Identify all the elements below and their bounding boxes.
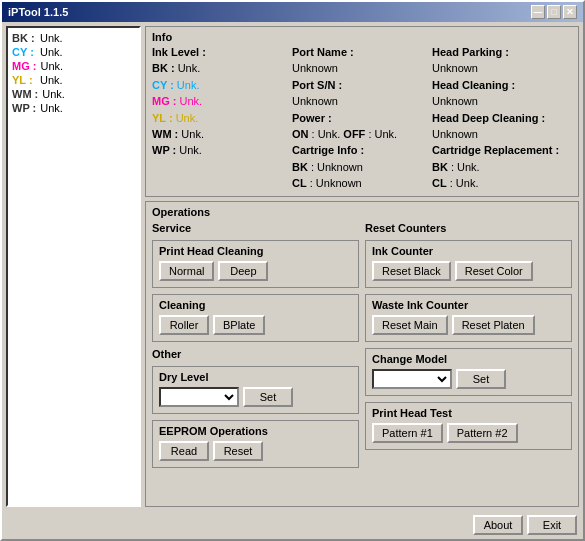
head-deep-value: Unknown [432,127,572,142]
change-model-set-button[interactable]: Set [456,369,506,389]
right-panel: Info Ink Level : BK : Unk. CY : Unk. MG … [145,26,579,507]
eeprom-read-button[interactable]: Read [159,441,209,461]
maximize-button[interactable]: □ [547,5,561,19]
ink-counter-title: Ink Counter [372,245,565,257]
ink-bk-label: BK : [12,32,36,44]
info-wp: WP : Unk. [152,143,292,158]
head-parking-value: Unknown [432,61,572,76]
footer: About Exit [2,511,583,539]
cartrige-cl: CL : Unknown [292,176,432,191]
ink-mg-label: MG : [12,60,36,72]
ops-left: Service Print Head Cleaning Normal Deep … [152,222,359,468]
ink-bk-value: Unk. [40,32,63,44]
eeprom-reset-button[interactable]: Reset [213,441,263,461]
reset-color-button[interactable]: Reset Color [455,261,533,281]
close-button[interactable]: ✕ [563,5,577,19]
print-head-cleaning-btns: Normal Deep [159,261,352,281]
left-ink-panel: BK : Unk. CY : Unk. MG : Unk. YL : Unk. … [6,26,141,507]
info-grid: Ink Level : BK : Unk. CY : Unk. MG : Unk… [152,45,572,192]
change-model-title: Change Model [372,353,565,365]
change-model-row: Set [372,369,565,389]
dry-level-select[interactable] [159,387,239,407]
roller-button[interactable]: Roller [159,315,209,335]
waste-ink-group: Waste Ink Counter Reset Main Reset Plate… [365,294,572,342]
ops-right: Reset Counters Ink Counter Reset Black R… [365,222,572,468]
head-parking-label: Head Parking : [432,45,572,60]
ink-wm-label: WM : [12,88,38,100]
waste-ink-title: Waste Ink Counter [372,299,565,311]
dry-level-row: Set [159,387,352,407]
cartrige-bk: BK : Unknown [292,160,432,175]
ink-cy-label: CY : [12,46,36,58]
port-name-value: Unknown [292,61,432,76]
port-sn-label: Port S/N : [292,78,432,93]
head-cleaning-value: Unknown [432,94,572,109]
info-yl: YL : Unk. [152,111,292,126]
print-head-test-group: Print Head Test Pattern #1 Pattern #2 [365,402,572,450]
cartridge-replace-label: Cartridge Replacement : [432,143,572,158]
ink-wp-label: WP : [12,102,36,114]
ops-grid: Service Print Head Cleaning Normal Deep … [152,222,572,468]
print-head-test-btns: Pattern #1 Pattern #2 [372,423,565,443]
reset-main-button[interactable]: Reset Main [372,315,448,335]
port-sn-value: Unknown [292,94,432,109]
change-model-select[interactable] [372,369,452,389]
ink-counter-btns: Reset Black Reset Color [372,261,565,281]
ink-level-label: Ink Level : [152,45,292,60]
cartrige-label: Cartrige Info : [292,143,432,158]
deep-button[interactable]: Deep [218,261,268,281]
bplate-button[interactable]: BPlate [213,315,265,335]
print-head-test-title: Print Head Test [372,407,565,419]
ink-mg-value: Unk. [40,60,63,72]
head-cleaning-label: Head Cleaning : [432,78,572,93]
cartridge-replace-cl: CL : Unk. [432,176,572,191]
reset-counters-label: Reset Counters [365,222,572,234]
eeprom-title: EEPROM Operations [159,425,352,437]
ink-wp-row: WP : Unk. [12,102,135,114]
pattern1-button[interactable]: Pattern #1 [372,423,443,443]
ink-wm-value: Unk. [42,88,65,100]
info-cy: CY : Unk. [152,78,292,93]
cleaning-btns: Roller BPlate [159,315,352,335]
info-title: Info [152,31,572,43]
reset-black-button[interactable]: Reset Black [372,261,451,281]
print-head-cleaning-title: Print Head Cleaning [159,245,352,257]
info-col3: Head Parking : Unknown Head Cleaning : U… [432,45,572,192]
cleaning-group: Cleaning Roller BPlate [152,294,359,342]
window-title: iPTool 1.1.5 [8,6,68,18]
normal-button[interactable]: Normal [159,261,214,281]
info-wm: WM : Unk. [152,127,292,142]
ink-bk-row: BK : Unk. [12,32,135,44]
info-col1: Ink Level : BK : Unk. CY : Unk. MG : Unk… [152,45,292,192]
info-section: Info Ink Level : BK : Unk. CY : Unk. MG … [145,26,579,197]
exit-button[interactable]: Exit [527,515,577,535]
waste-ink-btns: Reset Main Reset Platen [372,315,565,335]
change-model-group: Change Model Set [365,348,572,396]
pattern2-button[interactable]: Pattern #2 [447,423,518,443]
info-mg: MG : Unk. [152,94,292,109]
dry-level-set-button[interactable]: Set [243,387,293,407]
other-label: Other [152,348,359,360]
ink-counter-group: Ink Counter Reset Black Reset Color [365,240,572,288]
ink-yl-label: YL : [12,74,36,86]
ink-wm-row: WM : Unk. [12,88,135,100]
cleaning-title: Cleaning [159,299,352,311]
ink-cy-row: CY : Unk. [12,46,135,58]
print-head-cleaning-group: Print Head Cleaning Normal Deep [152,240,359,288]
operations-section: Operations Service Print Head Cleaning N… [145,201,579,507]
window-content: BK : Unk. CY : Unk. MG : Unk. YL : Unk. … [2,22,583,511]
eeprom-btns: Read Reset [159,441,352,461]
dry-level-title: Dry Level [159,371,352,383]
power-label: Power : [292,111,432,126]
operations-title: Operations [152,206,572,218]
minimize-button[interactable]: — [531,5,545,19]
service-label: Service [152,222,359,234]
ink-wp-value: Unk. [40,102,63,114]
ink-cy-value: Unk. [40,46,63,58]
head-deep-label: Head Deep Cleaning : [432,111,572,126]
reset-platen-button[interactable]: Reset Platen [452,315,535,335]
power-value: ON : Unk. OFF : Unk. [292,127,432,142]
info-col2: Port Name : Unknown Port S/N : Unknown P… [292,45,432,192]
ink-yl-row: YL : Unk. [12,74,135,86]
about-button[interactable]: About [473,515,523,535]
